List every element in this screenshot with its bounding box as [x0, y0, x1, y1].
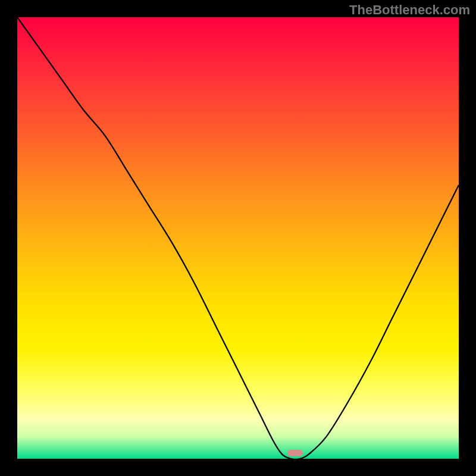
curve-path — [17, 17, 459, 459]
bottleneck-curve — [17, 17, 459, 459]
optimal-marker — [287, 450, 303, 456]
watermark-text: TheBottleneck.com — [349, 2, 470, 18]
plot-area — [17, 17, 459, 459]
chart-frame: TheBottleneck.com — [0, 0, 476, 476]
